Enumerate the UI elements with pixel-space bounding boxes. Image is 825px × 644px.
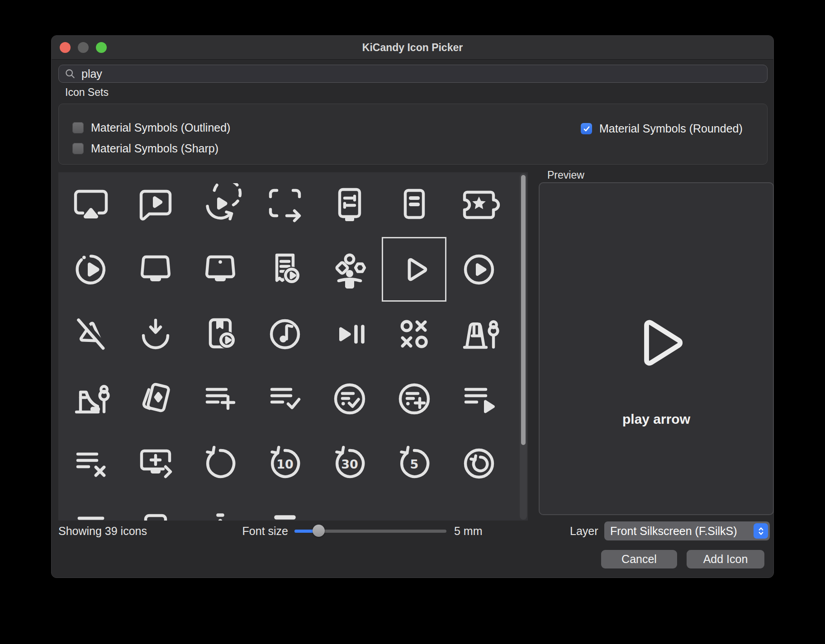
icon-grid-panel: 10305 [58, 172, 528, 521]
search-input[interactable] [81, 67, 762, 81]
font-size-slider[interactable] [294, 523, 446, 539]
icon-connected-display-dot[interactable] [188, 237, 252, 302]
icon-tic-tac-toe[interactable] [382, 302, 446, 366]
icon-play-lesson[interactable] [188, 302, 252, 366]
icon-play-message[interactable] [123, 172, 188, 237]
icon-partial-1[interactable] [58, 496, 123, 521]
titlebar: KiCandy Icon Picker [52, 36, 773, 60]
checkbox-label: Material Symbols (Sharp) [91, 142, 218, 155]
dropdown-stepper-icon[interactable] [754, 523, 768, 539]
layer-label: Layer [570, 523, 598, 539]
desktop: { "window": { "title": "KiCandy Icon Pic… [0, 0, 825, 644]
icon-count-text: Showing 39 icons [58, 523, 147, 539]
icon-playlist-add-check[interactable] [252, 366, 317, 431]
icon-play-for-work[interactable] [123, 302, 188, 366]
icon-playlist-play[interactable] [446, 366, 511, 431]
icon-sets-label: Icon Sets [65, 86, 109, 99]
icon-music-circle[interactable] [252, 302, 317, 366]
icon-airplay[interactable] [58, 172, 123, 237]
icon-slow-motion-video[interactable] [58, 237, 123, 302]
svg-text:5: 5 [410, 457, 418, 471]
font-size-value: 5 mm [454, 523, 483, 539]
layer-dropdown[interactable]: Front Silkscreen (F.SilkS) [604, 521, 770, 540]
icon-play-circle[interactable] [446, 237, 511, 302]
icon-replay[interactable] [188, 431, 252, 496]
icon-play-pause[interactable] [317, 302, 382, 366]
search-field[interactable] [58, 65, 768, 83]
checkbox-box [72, 143, 84, 154]
cancel-button[interactable]: Cancel [601, 550, 677, 568]
window-title: KiCandy Icon Picker [362, 42, 463, 54]
icon-replay-30[interactable]: 30 [317, 431, 382, 496]
layer-dropdown-value: Front Silkscreen (F.SilkS) [610, 525, 737, 538]
icon-subscriptions-play[interactable] [252, 237, 317, 302]
checkbox-label: Material Symbols (Rounded) [599, 122, 743, 135]
icon-display-settings[interactable] [317, 172, 382, 237]
icon-playlist-add[interactable] [188, 366, 252, 431]
checkbox-material-outlined[interactable]: Material Symbols (Outlined) [72, 121, 230, 134]
checkbox-box [72, 122, 84, 133]
icon-sets-groupbox: Material Symbols (Outlined) Material Sym… [58, 104, 768, 165]
font-size-slider-thumb[interactable] [313, 525, 325, 537]
icon-partial-4[interactable] [252, 496, 317, 521]
checkbox-material-sharp[interactable]: Material Symbols (Sharp) [72, 142, 218, 155]
add-icon-button[interactable]: Add Icon [687, 550, 764, 568]
grid-scrollbar-thumb[interactable] [521, 175, 526, 445]
preview-icon-name: play arrow [540, 412, 773, 427]
icon-play-disabled[interactable] [58, 302, 123, 366]
icon-activity-ticket[interactable] [446, 172, 511, 237]
traffic-lights [60, 36, 107, 59]
icon-picker-window: KiCandy Icon Picker Icon Sets Material S… [51, 35, 774, 578]
icon-grid: 10305 [58, 172, 511, 521]
svg-text:10: 10 [276, 457, 294, 471]
icon-playground-swing[interactable] [446, 302, 511, 366]
icon-queue-play-next[interactable] [123, 431, 188, 496]
icon-playground-slide[interactable] [58, 366, 123, 431]
icon-featured-play-list[interactable] [382, 172, 446, 237]
icon-playing-cards[interactable] [123, 366, 188, 431]
checkbox-material-rounded[interactable]: Material Symbols (Rounded) [581, 122, 743, 135]
magnifier-icon [64, 68, 76, 80]
checkbox-label: Material Symbols (Outlined) [91, 121, 230, 134]
close-button[interactable] [60, 42, 71, 53]
icon-autoplay[interactable] [188, 172, 252, 237]
preview-label: Preview [547, 169, 584, 181]
preview-play-arrow-icon [617, 304, 695, 384]
icon-playlist-add-circle[interactable] [382, 366, 446, 431]
icon-frame-play-arrow[interactable] [252, 172, 317, 237]
icon-connected-display[interactable] [123, 237, 188, 302]
icon-playlist-add-check-circle[interactable] [317, 366, 382, 431]
icon-play-arrow[interactable] [382, 237, 446, 302]
icon-replay-10[interactable]: 10 [252, 431, 317, 496]
font-size-label: Font size [232, 523, 288, 539]
icon-juggle[interactable] [317, 237, 382, 302]
grid-scrollbar-track[interactable] [520, 173, 527, 520]
zoom-button[interactable] [96, 42, 107, 53]
preview-panel: play arrow [539, 182, 774, 515]
svg-text:30: 30 [341, 457, 358, 471]
icon-playlist-remove[interactable] [58, 431, 123, 496]
icon-replay-5[interactable]: 5 [382, 431, 446, 496]
icon-replay-circle[interactable] [446, 431, 511, 496]
icon-partial-3[interactable] [188, 496, 252, 521]
icon-partial-2[interactable] [123, 496, 188, 521]
checkbox-box [581, 123, 592, 134]
minimize-button[interactable] [78, 42, 89, 53]
